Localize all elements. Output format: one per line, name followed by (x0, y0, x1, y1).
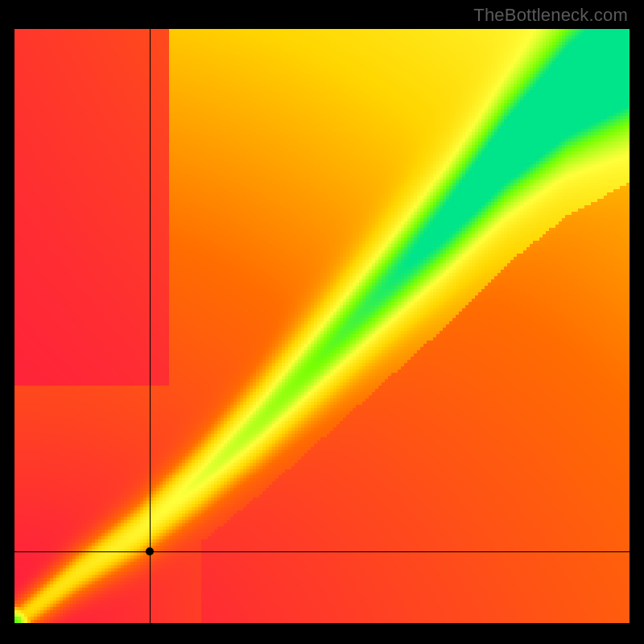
heatmap-plot (14, 29, 630, 623)
heatmap-canvas (14, 29, 630, 623)
crosshair-vertical (150, 29, 151, 623)
crosshair-horizontal (14, 551, 630, 552)
chart-frame: { "watermark_text": "TheBottleneck.com",… (0, 0, 644, 644)
marker-point (146, 547, 154, 555)
watermark-text: TheBottleneck.com (473, 5, 628, 26)
